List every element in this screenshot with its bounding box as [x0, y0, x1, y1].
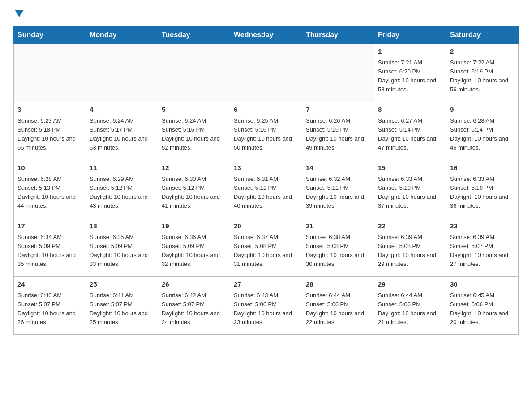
day-info: Sunrise: 6:33 AMSunset: 5:10 PMDaylight:… [378, 175, 442, 211]
day-info: Sunrise: 6:39 AMSunset: 5:07 PMDaylight:… [450, 233, 515, 269]
calendar-week-row: 10Sunrise: 6:28 AMSunset: 5:13 PMDayligh… [14, 160, 519, 218]
day-info: Sunrise: 6:44 AMSunset: 5:06 PMDaylight:… [378, 291, 442, 327]
day-info: Sunrise: 6:30 AMSunset: 5:12 PMDaylight:… [162, 175, 226, 211]
day-number: 20 [234, 221, 298, 231]
day-number: 26 [162, 279, 226, 290]
calendar-header-row: Sunday Monday Tuesday Wednesday Thursday… [14, 26, 519, 44]
day-info: Sunrise: 6:29 AMSunset: 5:12 PMDaylight:… [90, 175, 154, 211]
day-info: Sunrise: 6:42 AMSunset: 5:07 PMDaylight:… [162, 291, 226, 327]
table-row [158, 44, 230, 102]
day-number: 6 [234, 105, 298, 115]
table-row: 19Sunrise: 6:36 AMSunset: 5:09 PMDayligh… [158, 218, 230, 277]
day-number: 8 [378, 105, 442, 115]
logo [13, 9, 24, 17]
day-info: Sunrise: 6:23 AMSunset: 5:18 PMDaylight:… [17, 116, 82, 153]
table-row: 22Sunrise: 6:39 AMSunset: 5:08 PMDayligh… [374, 218, 446, 277]
table-row: 28Sunrise: 6:44 AMSunset: 5:06 PMDayligh… [302, 277, 374, 335]
day-info: Sunrise: 6:37 AMSunset: 5:08 PMDaylight:… [234, 233, 298, 269]
table-row: 29Sunrise: 6:44 AMSunset: 5:06 PMDayligh… [374, 277, 446, 335]
table-row: 11Sunrise: 6:29 AMSunset: 5:12 PMDayligh… [86, 160, 158, 218]
day-number: 25 [90, 279, 154, 290]
table-row: 21Sunrise: 6:38 AMSunset: 5:08 PMDayligh… [302, 218, 374, 277]
col-sunday: Sunday [14, 26, 86, 44]
table-row: 14Sunrise: 6:32 AMSunset: 5:11 PMDayligh… [302, 160, 374, 218]
col-wednesday: Wednesday [230, 26, 302, 44]
table-row [14, 44, 86, 102]
day-number: 15 [378, 163, 442, 173]
col-thursday: Thursday [302, 26, 374, 44]
table-row: 30Sunrise: 6:45 AMSunset: 5:06 PMDayligh… [446, 277, 519, 335]
day-number: 17 [17, 221, 82, 231]
table-row: 1Sunrise: 7:21 AMSunset: 6:20 PMDaylight… [374, 44, 446, 102]
calendar-week-row: 17Sunrise: 6:34 AMSunset: 5:09 PMDayligh… [14, 218, 519, 277]
table-row: 10Sunrise: 6:28 AMSunset: 5:13 PMDayligh… [14, 160, 86, 218]
day-info: Sunrise: 6:31 AMSunset: 5:11 PMDaylight:… [234, 175, 298, 211]
table-row: 7Sunrise: 6:26 AMSunset: 5:15 PMDaylight… [302, 102, 374, 160]
table-row: 27Sunrise: 6:43 AMSunset: 5:06 PMDayligh… [230, 277, 302, 335]
calendar-week-row: 1Sunrise: 7:21 AMSunset: 6:20 PMDaylight… [14, 44, 519, 102]
table-row: 26Sunrise: 6:42 AMSunset: 5:07 PMDayligh… [158, 277, 230, 335]
day-number: 19 [162, 221, 226, 231]
table-row: 24Sunrise: 6:40 AMSunset: 5:07 PMDayligh… [14, 277, 86, 335]
col-monday: Monday [86, 26, 158, 44]
day-number: 5 [162, 105, 226, 115]
table-row: 2Sunrise: 7:22 AMSunset: 6:19 PMDaylight… [446, 44, 519, 102]
day-number: 12 [162, 163, 226, 173]
table-row: 6Sunrise: 6:25 AMSunset: 5:16 PMDaylight… [230, 102, 302, 160]
logo-triangle-icon [15, 10, 24, 17]
day-number: 29 [378, 279, 442, 290]
calendar-week-row: 3Sunrise: 6:23 AMSunset: 5:18 PMDaylight… [14, 102, 519, 160]
table-row: 12Sunrise: 6:30 AMSunset: 5:12 PMDayligh… [158, 160, 230, 218]
table-row: 3Sunrise: 6:23 AMSunset: 5:18 PMDaylight… [14, 102, 86, 160]
day-number: 30 [450, 279, 515, 290]
day-info: Sunrise: 6:33 AMSunset: 5:10 PMDaylight:… [450, 175, 515, 211]
table-row: 13Sunrise: 6:31 AMSunset: 5:11 PMDayligh… [230, 160, 302, 218]
day-info: Sunrise: 6:27 AMSunset: 5:14 PMDaylight:… [378, 116, 442, 153]
day-number: 2 [450, 47, 515, 57]
day-info: Sunrise: 6:45 AMSunset: 5:06 PMDaylight:… [450, 291, 515, 327]
table-row: 4Sunrise: 6:24 AMSunset: 5:17 PMDaylight… [86, 102, 158, 160]
table-row: 17Sunrise: 6:34 AMSunset: 5:09 PMDayligh… [14, 218, 86, 277]
header [13, 9, 519, 17]
day-info: Sunrise: 6:24 AMSunset: 5:16 PMDaylight:… [162, 116, 226, 153]
day-info: Sunrise: 6:35 AMSunset: 5:09 PMDaylight:… [90, 233, 154, 269]
table-row: 8Sunrise: 6:27 AMSunset: 5:14 PMDaylight… [374, 102, 446, 160]
day-number: 3 [17, 105, 82, 115]
table-row: 18Sunrise: 6:35 AMSunset: 5:09 PMDayligh… [86, 218, 158, 277]
table-row: 15Sunrise: 6:33 AMSunset: 5:10 PMDayligh… [374, 160, 446, 218]
day-info: Sunrise: 6:44 AMSunset: 5:06 PMDaylight:… [306, 291, 370, 327]
col-tuesday: Tuesday [158, 26, 230, 44]
day-info: Sunrise: 6:34 AMSunset: 5:09 PMDaylight:… [17, 233, 82, 269]
day-number: 27 [234, 279, 298, 290]
day-info: Sunrise: 6:32 AMSunset: 5:11 PMDaylight:… [306, 175, 370, 211]
day-number: 24 [17, 279, 82, 290]
table-row: 20Sunrise: 6:37 AMSunset: 5:08 PMDayligh… [230, 218, 302, 277]
table-row [230, 44, 302, 102]
table-row [86, 44, 158, 102]
day-number: 21 [306, 221, 370, 231]
table-row: 16Sunrise: 6:33 AMSunset: 5:10 PMDayligh… [446, 160, 519, 218]
table-row: 5Sunrise: 6:24 AMSunset: 5:16 PMDaylight… [158, 102, 230, 160]
day-info: Sunrise: 6:39 AMSunset: 5:08 PMDaylight:… [378, 233, 442, 269]
day-number: 4 [90, 105, 154, 115]
table-row: 9Sunrise: 6:28 AMSunset: 5:14 PMDaylight… [446, 102, 519, 160]
calendar-week-row: 24Sunrise: 6:40 AMSunset: 5:07 PMDayligh… [14, 277, 519, 335]
day-info: Sunrise: 6:24 AMSunset: 5:17 PMDaylight:… [90, 116, 154, 153]
day-number: 7 [306, 105, 370, 115]
day-info: Sunrise: 7:22 AMSunset: 6:19 PMDaylight:… [450, 58, 515, 94]
day-info: Sunrise: 6:28 AMSunset: 5:14 PMDaylight:… [450, 116, 515, 153]
day-info: Sunrise: 6:25 AMSunset: 5:16 PMDaylight:… [234, 116, 298, 153]
col-friday: Friday [374, 26, 446, 44]
day-number: 9 [450, 105, 515, 115]
day-number: 10 [17, 163, 82, 173]
day-info: Sunrise: 6:40 AMSunset: 5:07 PMDaylight:… [17, 291, 82, 327]
day-number: 13 [234, 163, 298, 173]
day-info: Sunrise: 6:36 AMSunset: 5:09 PMDaylight:… [162, 233, 226, 269]
day-info: Sunrise: 6:43 AMSunset: 5:06 PMDaylight:… [234, 291, 298, 327]
day-info: Sunrise: 6:38 AMSunset: 5:08 PMDaylight:… [306, 233, 370, 269]
col-saturday: Saturday [446, 26, 519, 44]
day-info: Sunrise: 6:26 AMSunset: 5:15 PMDaylight:… [306, 116, 370, 153]
day-number: 28 [306, 279, 370, 290]
day-info: Sunrise: 7:21 AMSunset: 6:20 PMDaylight:… [378, 58, 442, 94]
day-info: Sunrise: 6:41 AMSunset: 5:07 PMDaylight:… [90, 291, 154, 327]
